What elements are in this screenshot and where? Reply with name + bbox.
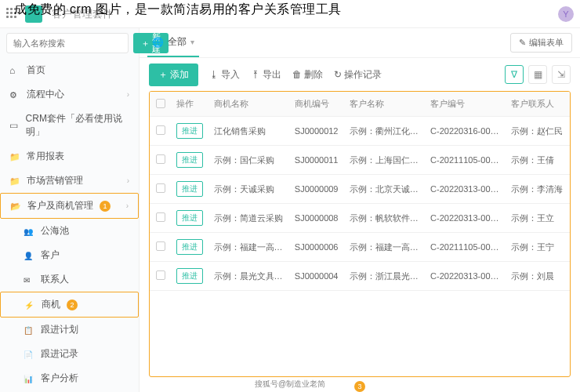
- push-button[interactable]: 推进: [176, 239, 203, 255]
- cell-contact: 示例：王宁: [506, 233, 570, 262]
- table-row[interactable]: 推进 示例：晨光文具设备… SJ0000004 示例：浙江晨光文具… C-202…: [150, 262, 570, 291]
- row-checkbox[interactable]: [156, 183, 165, 193]
- view-icon-button[interactable]: ▦: [528, 65, 547, 84]
- cell-name: 示例：简道云采购: [209, 204, 290, 233]
- import-button[interactable]: ⭳导入: [209, 68, 240, 82]
- clock-icon: ↻: [334, 69, 342, 80]
- nav-item-label: 客户: [41, 249, 60, 262]
- sidebar-item[interactable]: 首页: [0, 58, 139, 82]
- sidebar-nav: 首页 流程中心 › CRM套件「必看使用说明」 常用报表 市场营销管理 › 客户…: [0, 58, 139, 392]
- nav-item-label: 联系人: [41, 273, 69, 286]
- push-button[interactable]: 推进: [176, 268, 203, 284]
- nav-item-label: 公海池: [41, 224, 69, 238]
- sidebar-item[interactable]: 商机 2: [0, 292, 139, 318]
- nav-item-label: 跟进计划: [41, 323, 78, 336]
- sidebar-item[interactable]: 跟进记录: [0, 342, 139, 366]
- cell-customer: 示例：上海国仁有限…: [345, 146, 426, 175]
- nav-item-icon: [24, 325, 34, 336]
- cell-name: 示例：晨光文具设备…: [209, 262, 290, 291]
- cell-contact: 示例：刘晨: [506, 262, 570, 291]
- nav-item-icon: [24, 349, 34, 360]
- filter-icon-button[interactable]: ∇: [505, 65, 524, 84]
- overlay-caption: 成免费的 crm 图片，是一款简洁易用的客户关系管理工具: [14, 2, 342, 18]
- edit-icon: ✎: [519, 38, 526, 48]
- column-header[interactable]: 操作: [172, 92, 209, 117]
- cell-customer-code: C-20220313-0000004: [426, 262, 506, 291]
- cell-code: SJ0000011: [290, 146, 345, 175]
- push-button[interactable]: 推进: [176, 152, 203, 168]
- nav-item-icon: [24, 226, 34, 237]
- row-checkbox[interactable]: [156, 241, 165, 251]
- column-header[interactable]: 客户编号: [426, 92, 506, 117]
- nav-item-label: 常用报表: [27, 150, 64, 163]
- table-row[interactable]: 推进 示例：福建一高3月订单 SJ0000006 示例：福建一高集团 C-202…: [150, 233, 570, 262]
- cell-contact: 示例：赵仁民: [506, 117, 570, 146]
- cell-customer: 示例：福建一高集团: [345, 233, 426, 262]
- push-button[interactable]: 推进: [176, 181, 203, 197]
- cell-customer-code: C-20211105-0000001: [426, 146, 506, 175]
- sidebar-item[interactable]: CRM套件「必看使用说明」: [0, 107, 139, 144]
- column-header[interactable]: 客户联系人: [506, 92, 570, 117]
- table-row[interactable]: 推进 江化销售采购 SJ0000012 示例：衢州江化集团 C-20220316…: [150, 117, 570, 146]
- sidebar-item[interactable]: 客户及商机管理 1 ›: [0, 193, 139, 219]
- cell-name: 示例：天诚采购: [209, 175, 290, 204]
- sidebar-item[interactable]: 客户: [0, 243, 139, 267]
- cell-customer-code: C-20220316-0000001: [426, 117, 506, 146]
- data-table-wrap: 操作商机名称商机编号客户名称客户编号客户联系人 推进 江化销售采购 SJ0000…: [149, 91, 571, 377]
- cell-contact: 示例：王立: [506, 204, 570, 233]
- nav-item-icon: [9, 89, 20, 100]
- nav-item-label: 流程中心: [27, 88, 64, 101]
- cell-code: SJ0000008: [290, 204, 345, 233]
- cell-customer-code: C-20211105-0000004: [426, 233, 506, 262]
- column-header[interactable]: 客户名称: [345, 92, 426, 117]
- nav-item-icon: [24, 250, 34, 261]
- table-row[interactable]: 推进 示例：天诚采购 SJ0000009 示例：北京天诚软件… C-202203…: [150, 175, 570, 204]
- push-button[interactable]: 推进: [176, 210, 203, 226]
- row-checkbox[interactable]: [156, 270, 165, 280]
- export-icon-button[interactable]: ⇲: [552, 65, 571, 84]
- cell-customer: 示例：浙江晨光文具…: [345, 262, 426, 291]
- sidebar-item[interactable]: 联系人: [0, 267, 139, 292]
- table-row[interactable]: 推进 示例：简道云采购 SJ0000008 示例：帆软软件有限公司 C-2022…: [150, 204, 570, 233]
- delete-button[interactable]: 🗑删除: [292, 68, 323, 82]
- annotation-badge-3: 3: [354, 381, 365, 392]
- tab-all[interactable]: 全部 ▾: [147, 28, 199, 57]
- nav-item-label: 市场营销管理: [27, 174, 83, 187]
- push-button[interactable]: 推进: [176, 123, 203, 139]
- export-button[interactable]: ⭱导出: [251, 68, 281, 82]
- upload-icon: ⭱: [251, 69, 260, 80]
- avatar[interactable]: Y: [558, 6, 574, 22]
- sidebar-item[interactable]: 跟进计划: [0, 318, 139, 342]
- chevron-right-icon: ›: [127, 90, 129, 99]
- nav-item-icon: [9, 151, 20, 162]
- cell-code: SJ0000009: [290, 175, 345, 204]
- column-header[interactable]: 商机编号: [290, 92, 345, 117]
- sidebar-item[interactable]: 常用报表: [0, 144, 139, 169]
- edit-form-button[interactable]: ✎ 编辑表单: [510, 33, 572, 53]
- cell-contact: 示例：王倩: [506, 146, 570, 175]
- column-header[interactable]: 商机名称: [209, 92, 290, 117]
- cell-name: 示例：福建一高3月订单: [209, 233, 290, 262]
- nav-item-icon: [10, 201, 21, 212]
- cell-customer-code: C-20220313-0000002: [426, 175, 506, 204]
- sidebar-item[interactable]: 市场营销管理 ›: [0, 169, 139, 193]
- select-all-checkbox[interactable]: [156, 99, 165, 108]
- sidebar-item[interactable]: 流程中心 ›: [0, 82, 139, 107]
- chevron-right-icon: ›: [126, 201, 129, 210]
- row-checkbox[interactable]: [156, 125, 165, 135]
- sidebar-item[interactable]: 客户分析: [0, 366, 139, 390]
- annotation-badge: 1: [100, 201, 111, 212]
- nav-item-label: 客户及商机管理: [27, 199, 93, 212]
- attribution-text: 搜狐号@制造业老简: [247, 378, 333, 390]
- filter-bar: 全部 ▾ ✎ 编辑表单: [140, 28, 580, 58]
- log-button[interactable]: ↻操作记录: [334, 68, 382, 82]
- sidebar-item[interactable]: 公海池: [0, 219, 139, 243]
- row-checkbox[interactable]: [156, 154, 165, 164]
- sidebar-search-input[interactable]: [6, 33, 129, 53]
- nav-item-label: CRM套件「必看使用说明」: [26, 112, 129, 139]
- table-row[interactable]: 推进 示例：国仁采购 SJ0000011 示例：上海国仁有限… C-202111…: [150, 146, 570, 175]
- annotation-badge: 2: [67, 299, 78, 310]
- download-icon: ⭳: [209, 69, 219, 80]
- add-button[interactable]: ＋添加: [149, 64, 198, 86]
- row-checkbox[interactable]: [156, 212, 165, 222]
